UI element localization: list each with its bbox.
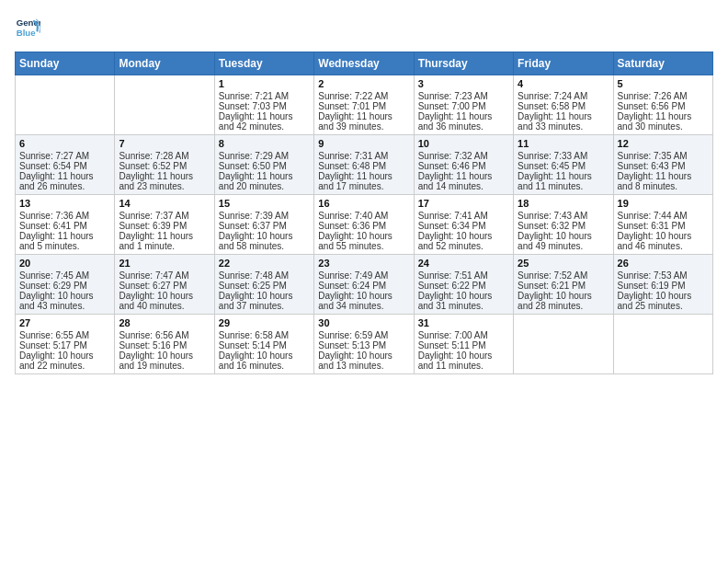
day-info: Sunset: 6:22 PM [418,281,509,291]
calendar-day-11: 11Sunrise: 7:33 AMSunset: 6:45 PMDayligh… [514,135,613,195]
day-info: Sunset: 6:37 PM [219,221,310,231]
calendar-day-18: 18Sunrise: 7:43 AMSunset: 6:32 PMDayligh… [514,195,613,255]
day-number: 20 [19,258,110,269]
day-info: Sunrise: 6:58 AM [219,330,310,340]
day-number: 22 [219,258,310,269]
day-info: Sunrise: 7:21 AM [219,91,310,101]
logo: General Blue [15,15,44,40]
day-info: Sunrise: 7:40 AM [318,211,409,221]
day-number: 6 [19,138,110,149]
calendar-day-28: 28Sunrise: 6:56 AMSunset: 5:16 PMDayligh… [115,315,214,374]
day-number: 26 [618,258,709,269]
day-info: Sunset: 6:52 PM [119,161,210,171]
day-info: Daylight: 11 hours and 39 minutes. [318,111,409,132]
day-info: Sunrise: 7:45 AM [19,270,110,281]
day-info: Daylight: 11 hours and 8 minutes. [618,171,709,191]
day-info: Sunrise: 7:37 AM [119,211,210,221]
day-number: 8 [219,138,310,149]
calendar-empty-cell [16,75,115,135]
svg-text:Blue: Blue [17,28,36,38]
day-number: 13 [19,198,110,209]
day-info: Daylight: 10 hours and 34 minutes. [318,291,409,311]
day-info: Sunset: 6:41 PM [19,221,110,231]
day-number: 16 [318,198,409,209]
day-info: Sunset: 6:27 PM [119,281,210,291]
calendar-empty-cell [613,315,712,374]
day-info: Sunset: 6:46 PM [418,161,509,171]
day-number: 19 [618,198,709,209]
day-info: Sunrise: 7:44 AM [618,211,709,221]
day-info: Sunrise: 7:39 AM [219,211,310,221]
day-info: Sunrise: 7:47 AM [119,270,210,281]
day-header-monday: Monday [115,52,214,75]
day-info: Daylight: 11 hours and 23 minutes. [119,171,210,191]
day-info: Daylight: 11 hours and 1 minute. [119,231,210,251]
day-info: Sunset: 6:19 PM [618,281,709,291]
calendar-day-3: 3Sunrise: 7:23 AMSunset: 7:00 PMDaylight… [414,75,513,135]
day-info: Sunset: 6:54 PM [19,161,110,171]
day-header-wednesday: Wednesday [314,52,414,75]
day-info: Sunrise: 7:00 AM [418,330,509,340]
day-info: Daylight: 11 hours and 36 minutes. [418,111,509,132]
day-info: Sunrise: 7:36 AM [19,211,110,221]
day-header-saturday: Saturday [613,52,712,75]
day-info: Daylight: 10 hours and 58 minutes. [219,231,310,251]
calendar-week-row: 6Sunrise: 7:27 AMSunset: 6:54 PMDaylight… [16,135,713,195]
day-info: Sunset: 7:03 PM [219,101,310,111]
day-info: Sunrise: 6:56 AM [119,330,210,340]
calendar-day-2: 2Sunrise: 7:22 AMSunset: 7:01 PMDaylight… [314,75,414,135]
calendar-day-22: 22Sunrise: 7:48 AMSunset: 6:25 PMDayligh… [214,255,313,315]
day-info: Sunset: 7:00 PM [418,101,509,111]
day-info: Sunset: 6:29 PM [19,281,110,291]
calendar-table: SundayMondayTuesdayWednesdayThursdayFrid… [15,52,713,374]
day-header-thursday: Thursday [414,52,513,75]
day-info: Sunrise: 7:22 AM [318,91,409,101]
calendar-day-12: 12Sunrise: 7:35 AMSunset: 6:43 PMDayligh… [613,135,712,195]
day-number: 11 [518,138,609,149]
day-info: Sunrise: 7:41 AM [418,211,509,221]
calendar-day-27: 27Sunrise: 6:55 AMSunset: 5:17 PMDayligh… [16,315,115,374]
day-number: 23 [318,258,409,269]
calendar-day-19: 19Sunrise: 7:44 AMSunset: 6:31 PMDayligh… [613,195,712,255]
day-info: Daylight: 10 hours and 28 minutes. [518,291,609,311]
day-header-tuesday: Tuesday [214,52,313,75]
calendar-day-23: 23Sunrise: 7:49 AMSunset: 6:24 PMDayligh… [314,255,414,315]
day-info: Sunset: 6:45 PM [518,161,609,171]
day-info: Sunset: 6:48 PM [318,161,409,171]
day-info: Daylight: 11 hours and 20 minutes. [219,171,310,191]
day-info: Daylight: 11 hours and 30 minutes. [618,111,709,132]
day-number: 15 [219,198,310,209]
day-info: Sunrise: 7:26 AM [618,91,709,101]
day-info: Daylight: 10 hours and 37 minutes. [219,291,310,311]
day-info: Daylight: 10 hours and 55 minutes. [318,231,409,251]
calendar-week-row: 27Sunrise: 6:55 AMSunset: 5:17 PMDayligh… [16,315,713,374]
day-info: Sunset: 5:16 PM [119,340,210,350]
calendar-header-row: SundayMondayTuesdayWednesdayThursdayFrid… [16,52,713,75]
calendar-week-row: 1Sunrise: 7:21 AMSunset: 7:03 PMDaylight… [16,75,713,135]
day-number: 21 [119,258,210,269]
day-info: Sunset: 6:43 PM [618,161,709,171]
page-header: General Blue [15,15,713,40]
day-info: Sunset: 6:50 PM [219,161,310,171]
day-info: Sunset: 5:13 PM [318,340,409,350]
day-info: Sunrise: 7:43 AM [518,211,609,221]
calendar-day-1: 1Sunrise: 7:21 AMSunset: 7:03 PMDaylight… [214,75,313,135]
day-info: Sunrise: 7:28 AM [119,151,210,161]
day-info: Sunset: 5:14 PM [219,340,310,350]
day-number: 25 [518,258,609,269]
day-info: Daylight: 11 hours and 17 minutes. [318,171,409,191]
day-info: Sunrise: 7:52 AM [518,270,609,281]
day-info: Daylight: 10 hours and 43 minutes. [19,291,110,311]
day-number: 1 [219,78,310,89]
day-info: Sunset: 6:24 PM [318,281,409,291]
day-info: Sunrise: 7:32 AM [418,151,509,161]
day-info: Daylight: 10 hours and 19 minutes. [119,350,210,371]
day-number: 5 [618,78,709,89]
calendar-week-row: 20Sunrise: 7:45 AMSunset: 6:29 PMDayligh… [16,255,713,315]
day-info: Daylight: 11 hours and 33 minutes. [518,111,609,132]
day-info: Sunrise: 7:35 AM [618,151,709,161]
calendar-day-15: 15Sunrise: 7:39 AMSunset: 6:37 PMDayligh… [214,195,313,255]
day-info: Daylight: 11 hours and 5 minutes. [19,231,110,251]
day-info: Sunset: 5:11 PM [418,340,509,350]
day-number: 29 [219,317,310,328]
